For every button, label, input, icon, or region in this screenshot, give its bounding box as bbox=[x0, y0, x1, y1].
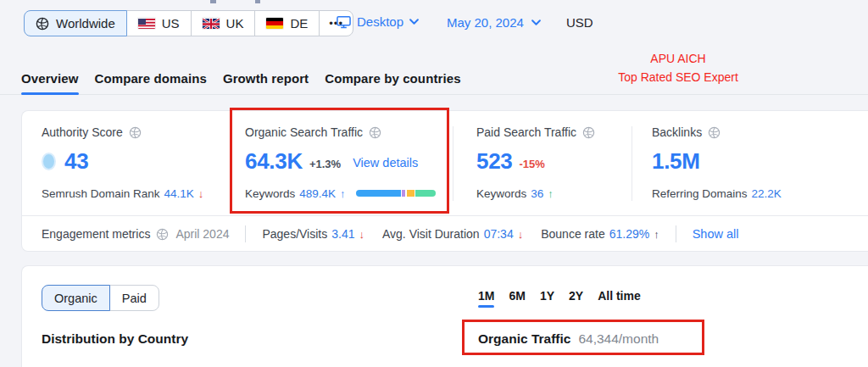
globe-icon bbox=[36, 17, 49, 31]
paid-keywords-value[interactable]: 36 bbox=[531, 187, 543, 200]
organic-toggle-button[interactable]: Organic bbox=[42, 285, 110, 311]
range-all-time[interactable]: All time bbox=[598, 289, 641, 303]
engagement-period: April 2024 bbox=[175, 227, 229, 241]
region-label: US bbox=[162, 16, 180, 31]
worldwide-info-icon[interactable] bbox=[156, 228, 169, 241]
semrush-domain-rank-value[interactable]: 44.1K bbox=[164, 187, 194, 200]
card-title: Authority Score bbox=[42, 125, 123, 139]
pages-visits-metric: Pages/Visits 3.41 ↓ bbox=[262, 227, 364, 241]
us-flag-icon bbox=[138, 18, 155, 29]
authority-score-card: Authority Score 43 Semrush Domain Rank 4… bbox=[42, 125, 203, 201]
worldwide-info-icon[interactable] bbox=[708, 126, 721, 139]
tab-overview[interactable]: Overview bbox=[21, 63, 79, 94]
distribution-panel: Organic Paid 1M 6M 1Y 2Y All time Distri… bbox=[21, 265, 868, 367]
region-selector: Worldwide US UK DE ••• bbox=[24, 10, 353, 36]
card-title: Paid Search Traffic bbox=[476, 125, 576, 139]
worldwide-info-icon[interactable] bbox=[129, 126, 142, 139]
tab-growth-report[interactable]: Growth report bbox=[223, 63, 309, 94]
backlinks-value: 1.5M bbox=[652, 148, 700, 175]
section-title: Distribution by Country bbox=[42, 331, 188, 347]
footer-label: Keywords bbox=[476, 187, 526, 200]
divider bbox=[676, 225, 676, 242]
metric-value[interactable]: 61.29% bbox=[609, 227, 649, 241]
organic-keywords-value[interactable]: 489.4K bbox=[299, 187, 336, 200]
range-1m[interactable]: 1M bbox=[478, 289, 494, 303]
paid-search-traffic-card: Paid Search Traffic 523 -15% Keywords 36… bbox=[476, 125, 595, 201]
date-selector[interactable]: May 20, 2024 bbox=[447, 15, 541, 30]
trend-down-icon: ↓ bbox=[518, 228, 524, 241]
trend-up-icon: ↑ bbox=[548, 187, 554, 200]
worldwide-info-icon[interactable] bbox=[582, 126, 595, 139]
region-button-us[interactable]: US bbox=[126, 10, 192, 36]
engagement-metrics-row: Engagement metrics April 2024 Pages/Visi… bbox=[22, 215, 868, 252]
organic-traffic-change: +1.3% bbox=[309, 158, 341, 170]
show-all-link[interactable]: Show all bbox=[693, 227, 739, 241]
metric-value[interactable]: 07:34 bbox=[484, 227, 514, 241]
cropped-text-artifact bbox=[255, 0, 260, 3]
footer-label: Referring Domains bbox=[652, 187, 748, 200]
view-details-link[interactable]: View details bbox=[353, 156, 418, 170]
backlinks-card: Backlinks 1.5M Referring Domains 22.2K bbox=[652, 125, 782, 201]
organic-traffic-summary: Organic Traffic 64,344/month bbox=[478, 331, 659, 347]
currency-label: USD bbox=[566, 15, 593, 30]
paid-traffic-value: 523 bbox=[476, 148, 512, 175]
range-2y[interactable]: 2Y bbox=[569, 289, 583, 303]
trend-down-icon: ↓ bbox=[359, 228, 364, 241]
tab-compare-domains[interactable]: Compare domains bbox=[95, 63, 207, 94]
chevron-down-icon bbox=[409, 19, 419, 25]
report-tabs: Overview Compare domains Growth report C… bbox=[0, 63, 868, 95]
time-range-selector: 1M 6M 1Y 2Y All time bbox=[478, 289, 641, 303]
uk-flag-icon bbox=[203, 18, 220, 29]
organic-traffic-monthly-value: 64,344/month bbox=[578, 331, 659, 347]
metric-label: Avg. Visit Duration bbox=[382, 227, 480, 241]
referring-domains-value[interactable]: 22.2K bbox=[752, 187, 782, 200]
date-label: May 20, 2024 bbox=[447, 15, 524, 30]
trend-up-icon: ↑ bbox=[340, 187, 346, 200]
metric-label: Pages/Visits bbox=[262, 227, 327, 241]
metrics-panel: Authority Score 43 Semrush Domain Rank 4… bbox=[21, 110, 868, 252]
card-title: Backlinks bbox=[652, 125, 702, 139]
card-divider bbox=[231, 126, 232, 201]
region-label: UK bbox=[226, 16, 244, 31]
footer-label: Keywords bbox=[245, 187, 295, 200]
cropped-text-artifact bbox=[210, 0, 216, 3]
chevron-down-icon bbox=[531, 19, 541, 25]
trend-down-icon: ↓ bbox=[198, 187, 204, 200]
organic-search-traffic-card: Organic Search Traffic 64.3K +1.3% View … bbox=[245, 125, 436, 201]
metric-label: Bounce rate bbox=[541, 227, 605, 241]
authority-score-value: 43 bbox=[64, 148, 88, 175]
card-divider bbox=[453, 126, 453, 201]
desktop-icon bbox=[337, 15, 351, 29]
traffic-type-toggle: Organic Paid bbox=[42, 285, 159, 311]
region-label: DE bbox=[290, 16, 308, 31]
paid-toggle-button[interactable]: Paid bbox=[109, 285, 159, 311]
region-button-worldwide[interactable]: Worldwide bbox=[24, 10, 127, 36]
de-flag-icon bbox=[266, 18, 283, 29]
metric-value[interactable]: 3.41 bbox=[331, 227, 354, 241]
avg-visit-duration-metric: Avg. Visit Duration 07:34 ↓ bbox=[382, 227, 523, 241]
paid-traffic-change: -15% bbox=[519, 158, 544, 170]
engagement-title: Engagement metrics bbox=[42, 227, 150, 241]
worldwide-info-icon[interactable] bbox=[369, 126, 381, 139]
domain-overview-page: Worldwide US UK DE ••• Desktop bbox=[0, 0, 868, 367]
device-selector[interactable]: Desktop bbox=[337, 14, 419, 29]
region-button-uk[interactable]: UK bbox=[191, 10, 256, 36]
region-button-de[interactable]: DE bbox=[254, 10, 320, 36]
trend-up-icon: ↑ bbox=[654, 228, 659, 241]
keywords-intent-bar bbox=[356, 190, 437, 197]
card-divider bbox=[632, 126, 632, 201]
range-6m[interactable]: 6M bbox=[509, 289, 525, 303]
region-label: Worldwide bbox=[56, 16, 115, 31]
device-label: Desktop bbox=[357, 14, 403, 29]
organic-traffic-value: 64.3K bbox=[245, 148, 303, 175]
range-1y[interactable]: 1Y bbox=[540, 289, 554, 303]
divider bbox=[245, 225, 246, 242]
authority-score-gauge-icon bbox=[42, 153, 56, 170]
tab-compare-by-countries[interactable]: Compare by countries bbox=[325, 63, 460, 94]
footer-label: Semrush Domain Rank bbox=[42, 187, 160, 200]
organic-traffic-label: Organic Traffic bbox=[478, 331, 570, 347]
card-title: Organic Search Traffic bbox=[245, 125, 363, 139]
bounce-rate-metric: Bounce rate 61.29% ↑ bbox=[541, 227, 659, 241]
